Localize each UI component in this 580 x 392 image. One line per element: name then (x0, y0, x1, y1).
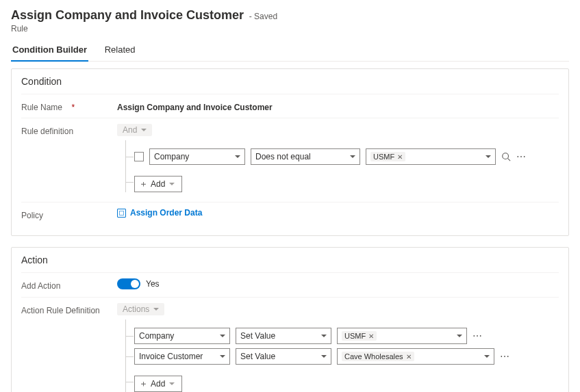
add-action-toggle[interactable] (117, 278, 140, 289)
rule-name-label: Rule Name * (21, 100, 117, 112)
svg-point-0 (503, 153, 509, 159)
rule-definition-label: Rule definition (21, 124, 117, 136)
rule-name-value[interactable]: Assign Company and Invoice Customer (117, 100, 559, 112)
action-group-label[interactable]: Actions (117, 303, 164, 315)
policy-icon (117, 209, 126, 218)
chevron-down-icon (141, 129, 147, 131)
chevron-down-icon (321, 355, 327, 358)
row-more-icon[interactable]: ⋯ (472, 331, 483, 341)
condition-operator-dropdown[interactable]: Does not equal (251, 148, 360, 165)
chevron-down-icon (220, 355, 225, 358)
value-tag: USMF ✕ (342, 331, 377, 341)
row-more-icon[interactable]: ⋯ (516, 152, 527, 161)
condition-section: Condition Rule Name * Assign Company and… (11, 68, 569, 236)
required-indicator: * (71, 103, 75, 112)
policy-label: Policy (21, 208, 117, 220)
action-operator-dropdown[interactable]: Set Value (236, 348, 331, 365)
policy-link[interactable]: Assign Order Data (117, 208, 202, 218)
action-row: Invoice Customer Set Value Cave Wholesal… (134, 348, 559, 365)
add-action-label: Add Action (21, 278, 117, 291)
chevron-down-icon (321, 335, 327, 337)
condition-row-checkbox[interactable] (134, 152, 144, 161)
condition-section-title: Condition (21, 76, 559, 87)
chevron-down-icon (169, 382, 175, 385)
condition-row: Company Does not equal USMF ✕ (134, 148, 559, 165)
remove-tag-icon[interactable]: ✕ (397, 153, 403, 161)
svg-line-1 (508, 159, 511, 161)
tab-bar: Condition Builder Related (11, 40, 569, 62)
add-action-toggle-value: Yes (146, 279, 160, 289)
action-field-dropdown[interactable]: Company (134, 328, 230, 344)
entity-subtype: Rule (11, 24, 569, 34)
search-icon[interactable] (501, 152, 511, 161)
action-value-dropdown[interactable]: Cave Wholesales ✕ (337, 348, 494, 365)
plus-icon: ＋ (139, 378, 148, 390)
action-add-button[interactable]: ＋ Add (134, 376, 182, 392)
page-title: Assign Company and Invoice Customer (11, 8, 244, 22)
chevron-down-icon (153, 308, 159, 311)
condition-value-dropdown[interactable]: USMF ✕ (366, 148, 496, 165)
action-value-dropdown[interactable]: USMF ✕ (337, 328, 467, 344)
remove-tag-icon[interactable]: ✕ (368, 332, 374, 340)
chevron-down-icon (457, 335, 462, 337)
tab-condition-builder[interactable]: Condition Builder (11, 40, 88, 62)
action-operator-dropdown[interactable]: Set Value (236, 328, 331, 344)
action-section-title: Action (21, 254, 559, 265)
row-more-icon[interactable]: ⋯ (500, 352, 510, 361)
chevron-down-icon (235, 155, 240, 158)
condition-field-dropdown[interactable]: Company (149, 148, 245, 165)
save-status: - Saved (249, 12, 277, 21)
chevron-down-icon (350, 155, 355, 158)
chevron-down-icon (169, 183, 175, 185)
value-tag: Cave Wholesales ✕ (342, 352, 414, 361)
chevron-down-icon (484, 355, 490, 358)
chevron-down-icon (220, 335, 225, 337)
action-row: Company Set Value USMF ✕ ⋯ (134, 328, 559, 344)
condition-add-button[interactable]: ＋ Add (134, 176, 182, 192)
tab-related[interactable]: Related (103, 40, 137, 60)
value-tag: USMF ✕ (370, 152, 405, 161)
chevron-down-icon (486, 155, 491, 158)
plus-icon: ＋ (139, 178, 148, 190)
action-rule-definition-label: Action Rule Definition (21, 303, 117, 315)
action-field-dropdown[interactable]: Invoice Customer (134, 348, 230, 365)
condition-group-logic[interactable]: And (117, 124, 152, 136)
remove-tag-icon[interactable]: ✕ (406, 353, 412, 361)
action-section: Action Add Action Yes Action Rule Defini… (11, 247, 569, 392)
